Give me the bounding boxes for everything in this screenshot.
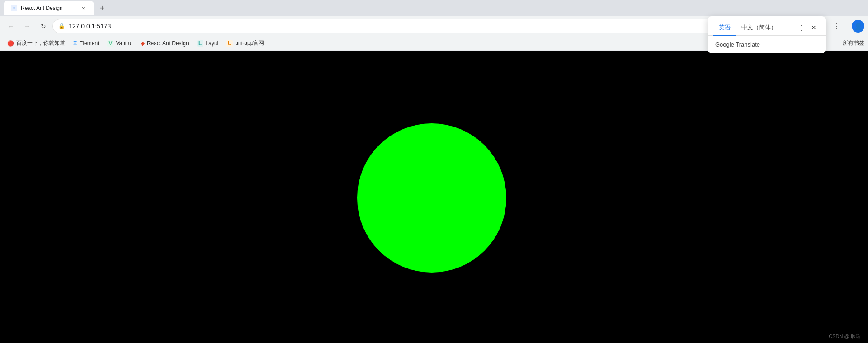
url-text: 127.0.0.1:5173 <box>69 23 733 30</box>
vant-label: Vant ui <box>116 40 132 47</box>
react-ant-favicon: ◆ <box>141 40 145 47</box>
tab-favicon: ⚛ <box>11 5 17 11</box>
uniapp-favicon: U <box>226 40 233 47</box>
toolbar-separator-2 <box>848 22 848 31</box>
active-tab[interactable]: ⚛ React Ant Design ✕ <box>4 1 94 15</box>
page-content: CSDN @-耿瑞- <box>0 51 868 343</box>
bookmark-element[interactable]: Ξ Element <box>70 38 103 48</box>
baidu-label: 百度一下，你就知道 <box>16 39 65 47</box>
layui-label: Layui <box>206 40 219 47</box>
more-menu-button[interactable]: ⋮ <box>830 19 844 33</box>
profile-icon-glyph: 👤 <box>854 23 862 30</box>
address-bar[interactable]: 🔒 127.0.0.1:5173 <box>52 19 739 33</box>
csdn-watermark: CSDN @-耿瑞- <box>829 333 863 340</box>
back-button[interactable]: ← <box>4 19 18 33</box>
more-icon: ⋮ <box>833 22 840 30</box>
profile-button[interactable]: 👤 <box>852 20 864 33</box>
bookmark-layui[interactable]: L Layui <box>193 38 222 48</box>
translate-tab-english[interactable]: 英语 <box>713 20 736 35</box>
translate-tab-chinese[interactable]: 中文（简体） <box>736 20 782 35</box>
translate-popup: 英语 中文（简体） ⋮ ✕ Google Translate <box>708 16 826 53</box>
all-bookmarks-label: 所有书签 <box>843 39 864 47</box>
translate-tabs: 英语 中文（简体） ⋮ ✕ <box>708 16 826 36</box>
tab-title: React Ant Design <box>21 5 63 11</box>
forward-icon: → <box>24 23 30 30</box>
lock-icon: 🔒 <box>58 23 65 29</box>
element-favicon: Ξ <box>73 40 77 47</box>
bookmark-react-ant[interactable]: ◆ React Ant Design <box>137 38 193 48</box>
bookmark-uniapp[interactable]: U uni-app官网 <box>223 38 268 49</box>
baidu-favicon: 🔴 <box>7 40 14 47</box>
reload-button[interactable]: ↻ <box>36 19 51 33</box>
translate-close-button[interactable]: ✕ <box>807 21 820 34</box>
translate-more-button[interactable]: ⋮ <box>795 21 807 34</box>
reload-icon: ↻ <box>41 23 46 30</box>
new-tab-button[interactable]: + <box>96 2 108 14</box>
translate-body: Google Translate <box>708 36 826 53</box>
element-label: Element <box>79 40 99 47</box>
tab-bar: ⚛ React Ant Design ✕ + <box>0 0 868 16</box>
bookmark-vant[interactable]: V Vant ui <box>104 38 136 48</box>
bookmark-baidu[interactable]: 🔴 百度一下，你就知道 <box>4 38 69 49</box>
back-icon: ← <box>8 23 14 30</box>
vant-favicon: V <box>107 40 113 47</box>
forward-button[interactable]: → <box>20 19 34 33</box>
layui-favicon: L <box>197 40 203 47</box>
bookmarks-right: 所有书签 <box>843 39 864 47</box>
uniapp-label: uni-app官网 <box>235 39 264 47</box>
react-ant-label: React Ant Design <box>147 40 189 47</box>
green-circle <box>357 123 506 273</box>
tab-close-button[interactable]: ✕ <box>80 5 87 12</box>
